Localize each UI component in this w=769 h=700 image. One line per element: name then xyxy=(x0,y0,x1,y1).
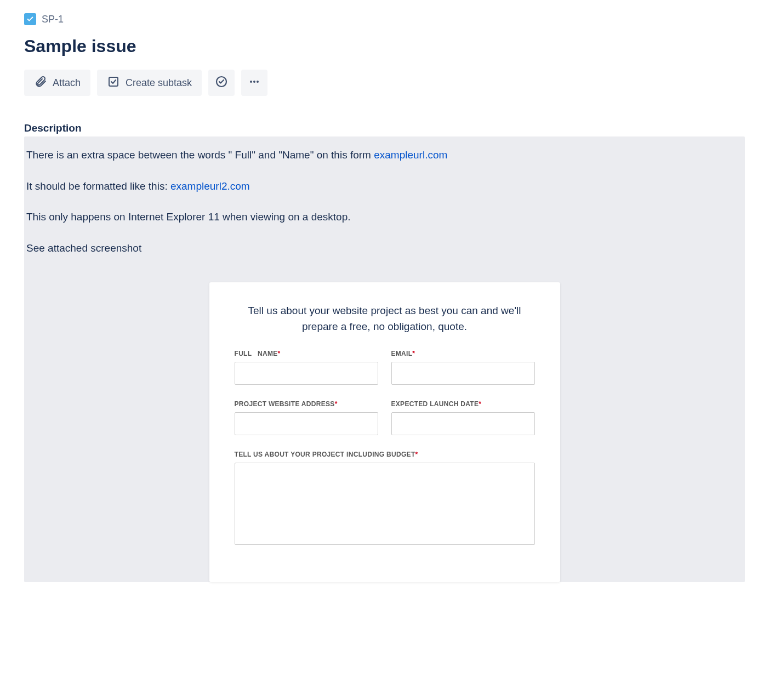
description-heading: Description xyxy=(24,122,745,134)
form-intro-text: Tell us about your website project as be… xyxy=(235,303,535,334)
attach-label: Attach xyxy=(53,77,81,89)
project-website-input xyxy=(235,412,378,435)
svg-point-2 xyxy=(250,81,252,83)
attach-button[interactable]: Attach xyxy=(24,70,90,96)
subtask-icon xyxy=(107,75,120,91)
full-name-input xyxy=(235,362,378,385)
description-paragraph: This only happens on Internet Explorer 1… xyxy=(24,209,745,225)
screenshot-form: Tell us about your website project as be… xyxy=(209,282,560,582)
create-subtask-label: Create subtask xyxy=(126,77,192,89)
create-subtask-button[interactable]: Create subtask xyxy=(97,70,202,96)
paperclip-icon xyxy=(34,75,47,91)
issue-toolbar: Attach Create subtask xyxy=(24,70,745,96)
description-paragraph: It should be formatted like this: exampl… xyxy=(24,179,745,195)
description-paragraph: See attached screenshot xyxy=(24,241,745,257)
more-actions-button[interactable] xyxy=(241,70,267,96)
svg-point-3 xyxy=(253,81,255,83)
example-url-link[interactable]: exampleurl.com xyxy=(374,149,447,161)
tell-us-label: TELL US ABOUT YOUR PROJECT INCLUDING BUD… xyxy=(235,451,535,458)
form-field-full-name: FULL NAME* xyxy=(235,350,378,385)
status-action-button[interactable] xyxy=(208,70,235,96)
email-input xyxy=(391,362,535,385)
form-field-tell-us: TELL US ABOUT YOUR PROJECT INCLUDING BUD… xyxy=(235,451,535,547)
form-field-email: EMAIL* xyxy=(391,350,535,385)
svg-point-4 xyxy=(257,81,259,83)
svg-rect-0 xyxy=(109,77,118,86)
issue-title[interactable]: Sample issue xyxy=(24,36,745,56)
attachment-preview: Tell us about your website project as be… xyxy=(24,271,745,582)
full-name-label: FULL NAME* xyxy=(235,350,378,357)
description-paragraph: There is an extra space between the word… xyxy=(24,147,745,163)
tell-us-textarea xyxy=(235,463,535,545)
project-website-label: PROJECT WEBSITE ADDRESS* xyxy=(235,400,378,408)
description-content[interactable]: There is an extra space between the word… xyxy=(24,136,745,582)
form-field-project-website: PROJECT WEBSITE ADDRESS* xyxy=(235,400,378,435)
more-horizontal-icon xyxy=(248,75,261,91)
form-field-launch-date: EXPECTED LAUNCH DATE* xyxy=(391,400,535,435)
issue-type-task-icon[interactable] xyxy=(24,13,36,25)
desc-text: There is an extra space between the word… xyxy=(26,149,374,161)
launch-date-label: EXPECTED LAUNCH DATE* xyxy=(391,400,535,408)
email-label: EMAIL* xyxy=(391,350,535,357)
breadcrumb: SP-1 xyxy=(24,13,745,25)
example-url2-link[interactable]: exampleurl2.com xyxy=(170,180,250,192)
desc-text: It should be formatted like this: xyxy=(26,180,170,192)
checkmark-circle-icon xyxy=(215,75,228,91)
issue-key-link[interactable]: SP-1 xyxy=(42,14,64,25)
launch-date-input xyxy=(391,412,535,435)
